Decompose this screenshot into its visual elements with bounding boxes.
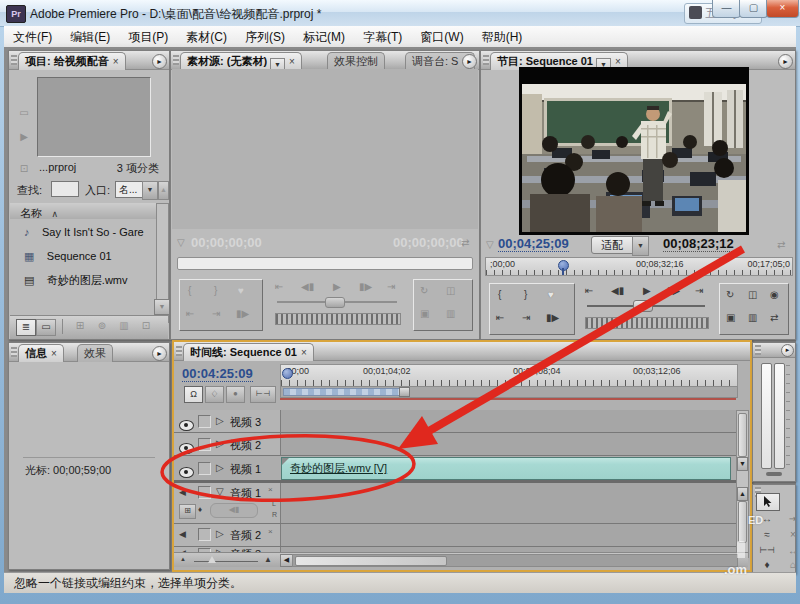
- timeline-ruler[interactable]: ;00;00 00;01;04;02 00;02;08;04 00;03;12;…: [280, 364, 738, 388]
- keyframe-nav-group[interactable]: ◀▮: [210, 503, 258, 518]
- track-lock-box[interactable]: [198, 438, 211, 451]
- overlay-icon[interactable]: ▥: [446, 308, 455, 319]
- track-label[interactable]: 视频 3: [230, 415, 261, 430]
- track-expand-icon[interactable]: ▷: [216, 438, 224, 449]
- zoom-in-icon[interactable]: ▲: [264, 555, 272, 564]
- step-back-icon[interactable]: ◀▮: [611, 285, 624, 296]
- safe-margins-icon[interactable]: ◫: [748, 289, 757, 300]
- minimize-button[interactable]: —: [712, 0, 741, 18]
- track-speaker-icon[interactable]: ◀: [179, 529, 186, 539]
- track-lock-box[interactable]: [198, 415, 211, 428]
- list-item[interactable]: ▤ 奇妙的图层.wmv: [10, 267, 157, 291]
- zoom-level-select[interactable]: 适配: [591, 236, 633, 254]
- step-forward-icon[interactable]: ▮▶: [667, 285, 680, 296]
- lift-icon[interactable]: ▣: [726, 312, 735, 323]
- tab-effects[interactable]: 效果: [77, 344, 113, 362]
- insert-icon[interactable]: ▣: [420, 308, 429, 319]
- zoom-slider[interactable]: [194, 561, 258, 562]
- zoom-level-dropdown-icon[interactable]: ▼: [632, 236, 649, 256]
- program-time-ruler[interactable]: ;00;00 00;08;32;16 00;17;05;0: [485, 257, 793, 276]
- panel-grip[interactable]: [755, 345, 761, 355]
- track-label[interactable]: 音频 1: [230, 486, 261, 501]
- go-end-icon[interactable]: ⇥: [387, 281, 395, 292]
- set-in-icon[interactable]: {: [498, 289, 501, 300]
- timeline-current-timecode[interactable]: 00:04:25:09: [182, 366, 253, 382]
- track-expand-icon[interactable]: ▷: [216, 415, 224, 426]
- export-frame-icon[interactable]: ⇄: [770, 312, 778, 323]
- pen-tool-icon[interactable]: ♦: [759, 559, 775, 570]
- panel-grip[interactable]: [11, 347, 17, 357]
- scroll-up-icon[interactable]: ▲: [737, 487, 748, 501]
- extract-icon[interactable]: ▥: [748, 312, 757, 323]
- hand-tool-icon[interactable]: ⌂: [785, 559, 796, 570]
- jog-disk[interactable]: [275, 313, 401, 325]
- tracks-scrollbar[interactable]: ▼ ▲: [736, 410, 749, 558]
- encore-marker-icon[interactable]: ♢: [205, 386, 224, 403]
- menu-file[interactable]: 文件(F): [4, 26, 61, 49]
- track-lock-box[interactable]: [198, 462, 211, 475]
- tab-effect-controls[interactable]: 效果控制: [327, 52, 385, 70]
- set-in-icon[interactable]: {: [188, 285, 191, 296]
- panel-grip[interactable]: [483, 55, 489, 65]
- track-output-eye-icon[interactable]: [179, 443, 194, 454]
- scroll-up-icon[interactable]: ▲: [158, 181, 169, 200]
- sequence-marker-icon[interactable]: ●: [226, 386, 245, 403]
- track-close-icon[interactable]: ×: [268, 527, 273, 536]
- menu-title[interactable]: 字幕(T): [354, 26, 411, 49]
- automate-to-sequence-icon[interactable]: ⊞: [72, 320, 88, 331]
- menu-sequence[interactable]: 序列(S): [236, 26, 294, 49]
- tab-project[interactable]: 项目: 给视频配音×: [18, 52, 126, 70]
- menu-edit[interactable]: 编辑(E): [61, 26, 119, 49]
- panel-menu-icon[interactable]: ►: [152, 54, 167, 69]
- play-in-out-icon[interactable]: ▮▶: [546, 312, 559, 323]
- go-to-in-icon[interactable]: ⇤: [186, 308, 194, 319]
- step-forward-icon[interactable]: ▮▶: [359, 281, 372, 292]
- list-header[interactable]: 名称 ∧: [10, 203, 157, 220]
- jog-disk[interactable]: [585, 317, 709, 329]
- menu-window[interactable]: 窗口(W): [411, 26, 472, 49]
- selection-tool-button[interactable]: [756, 493, 780, 511]
- new-bin-icon[interactable]: ▥: [116, 320, 132, 331]
- timeline-hscroll[interactable]: [292, 554, 738, 567]
- close-tab-icon[interactable]: ×: [51, 348, 57, 359]
- tab-source-monitor[interactable]: 素材源: (无素材)▼×: [180, 52, 302, 70]
- poster-frame-icon[interactable]: ▭: [17, 107, 31, 118]
- loop-icon[interactable]: ↻: [726, 289, 734, 300]
- track-speaker-icon[interactable]: ◀: [179, 487, 186, 497]
- new-item-icon[interactable]: ⊡: [138, 320, 154, 331]
- panel-menu-icon[interactable]: ►: [781, 344, 794, 357]
- play-icon[interactable]: ▶: [643, 285, 651, 296]
- play-in-out-icon[interactable]: ▮▶: [236, 308, 249, 319]
- list-item[interactable]: ▦ Sequence 01: [10, 243, 157, 267]
- panel-grip[interactable]: [11, 55, 17, 65]
- shuttle-thumb[interactable]: [325, 297, 345, 308]
- track-label[interactable]: 视频 2: [230, 438, 261, 453]
- track-expand-icon[interactable]: ▷: [216, 462, 224, 473]
- panel-menu-icon[interactable]: ►: [152, 346, 167, 361]
- play-preview-icon[interactable]: ▶: [17, 131, 31, 142]
- panel-grip[interactable]: [173, 55, 179, 65]
- entry-dropdown-icon[interactable]: ▼: [142, 181, 158, 200]
- razor-tool-icon[interactable]: ×: [785, 529, 796, 540]
- source-scrubber[interactable]: [177, 257, 473, 270]
- name-column-header[interactable]: 名称: [20, 207, 42, 219]
- find-input[interactable]: [51, 181, 79, 197]
- close-tab-icon[interactable]: ×: [289, 56, 295, 67]
- panel-grip[interactable]: [176, 346, 182, 356]
- track-lock-box[interactable]: [198, 486, 211, 499]
- go-to-out-icon[interactable]: ⇥: [212, 308, 220, 319]
- work-area-bar[interactable]: [283, 388, 403, 396]
- track-label[interactable]: 音频 2: [230, 528, 261, 543]
- menu-help[interactable]: 帮助(H): [473, 26, 532, 49]
- track-close-icon[interactable]: ×: [268, 485, 273, 494]
- timeline-clip[interactable]: 奇妙的图层.wmv [V]: [281, 457, 731, 480]
- output-icon[interactable]: ◉: [770, 289, 779, 300]
- scrollbar-thumb[interactable]: [738, 501, 747, 543]
- menu-clip[interactable]: 素材(C): [177, 26, 236, 49]
- track-collapse-icon[interactable]: ▽: [216, 486, 224, 497]
- program-current-timecode[interactable]: 00;04;25;09: [498, 236, 569, 252]
- track-output-eye-icon[interactable]: [179, 467, 194, 478]
- step-back-icon[interactable]: ◀▮: [301, 281, 314, 292]
- hscroll-thumb[interactable]: [295, 556, 447, 566]
- slip-tool-icon[interactable]: ⊢⊣: [759, 545, 775, 555]
